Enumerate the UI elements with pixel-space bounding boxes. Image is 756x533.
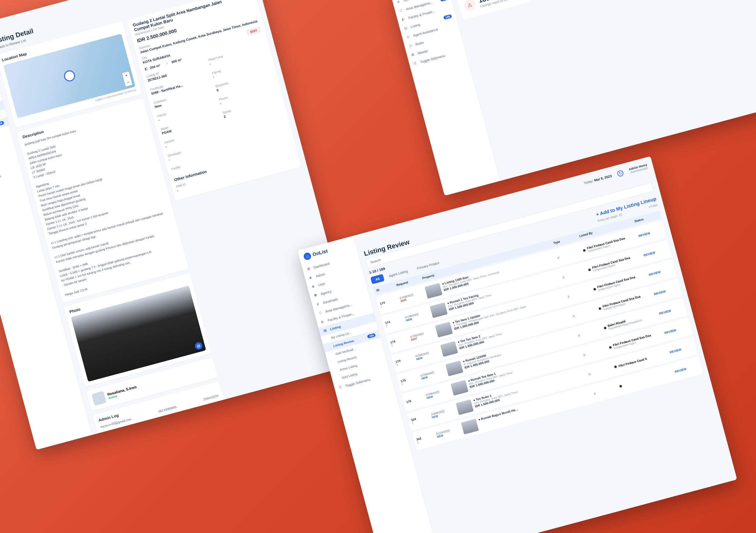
review-button[interactable]: REVIEW	[648, 267, 673, 276]
review-button[interactable]: REVIEW	[669, 344, 694, 354]
stat-card[interactable]: ⬤0Sold disputes need to be verified	[529, 0, 604, 0]
listing-review-panel: ⌂OnList ▦Dashboard ◆Admin ◉User ⬢Agency …	[298, 156, 737, 533]
review-button[interactable]: REVIEW	[638, 228, 662, 238]
agent-dot-icon	[593, 288, 596, 291]
agent-dot-icon	[609, 346, 612, 349]
review-button[interactable]: REVIEW	[643, 247, 667, 257]
land-icon: ◧	[144, 66, 149, 71]
refresh-icon-3[interactable]: ↻	[617, 170, 624, 177]
review-button[interactable]: REVIEW	[674, 364, 699, 373]
property-thumb	[424, 283, 443, 299]
user-menu-3[interactable]: Admin HomyAdministrator	[629, 163, 648, 174]
agent-dot-icon	[583, 249, 586, 252]
tab-all[interactable]: All	[370, 274, 385, 284]
property-thumb	[435, 322, 453, 338]
photo-count-icon: ▤	[194, 341, 203, 350]
property-thumb	[440, 341, 458, 357]
filter-button[interactable]: ≡ Filter	[648, 203, 658, 209]
listing-detail-panel: ⌂OnList ▦Dashboard ◆Admin ◉User ⬢Agency …	[0, 0, 360, 450]
property-thumb	[445, 360, 463, 376]
agent-dot-icon	[604, 327, 607, 330]
log-row: 0 Admin OnlistReview	[109, 426, 228, 435]
review-button[interactable]: REVIEW	[659, 306, 683, 315]
property-thumb	[461, 419, 479, 435]
map-zoom[interactable]: +−	[122, 71, 132, 87]
property-thumb	[430, 303, 448, 318]
stat-card[interactable]: ⚠189Listings need to be reviewed	[456, 0, 531, 20]
review-button[interactable]: REVIEW	[664, 325, 688, 334]
dashboard-panel: ⬢Agency ◈Developer5 ⬡Area Manageme...14 …	[390, 0, 756, 196]
agent-dot-icon	[588, 268, 591, 271]
stat-icon: ⚠	[463, 0, 476, 12]
property-thumb	[451, 380, 469, 396]
agent-dot-icon	[598, 307, 601, 310]
review-button[interactable]: REVIEW	[654, 286, 678, 296]
property-thumb	[456, 399, 474, 415]
building-icon: ⌂	[166, 61, 171, 66]
log-table: RoleAccount ID & NameDetail 1:27 System …	[102, 400, 229, 435]
agent-dot-icon	[614, 365, 617, 368]
agent-avatar	[92, 391, 107, 406]
agent-dot-icon	[619, 385, 622, 388]
